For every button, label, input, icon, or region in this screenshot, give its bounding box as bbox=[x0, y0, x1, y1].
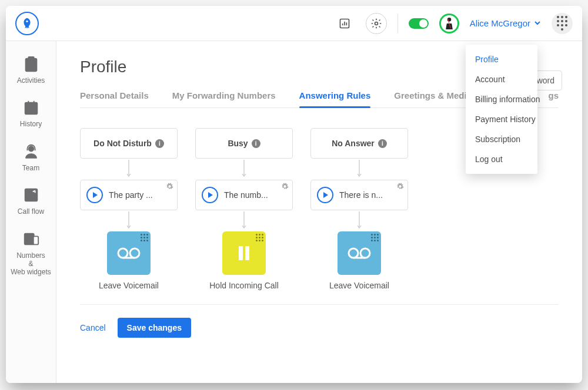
gear-icon[interactable] bbox=[281, 183, 289, 192]
user-avatar[interactable] bbox=[439, 14, 459, 33]
rule-head-label: Do Not Disturb bbox=[93, 139, 152, 148]
gear-icon[interactable] bbox=[396, 183, 404, 192]
svg-rect-4 bbox=[28, 57, 34, 60]
menu-item-subscription[interactable]: Subscription bbox=[466, 129, 537, 149]
sidebar-item-activities[interactable]: Activities bbox=[6, 55, 56, 85]
tab-forwarding-numbers[interactable]: My Forwarding Numbers bbox=[172, 90, 276, 107]
play-button[interactable] bbox=[86, 187, 103, 203]
rule-head-noanswer[interactable]: No Answer i bbox=[310, 128, 408, 159]
play-icon bbox=[208, 192, 213, 198]
tab-personal-details[interactable]: Personal Details bbox=[80, 90, 149, 107]
flow-arrow bbox=[356, 210, 362, 231]
greeting-card-busy[interactable]: The numb... bbox=[195, 180, 293, 210]
cancel-button[interactable]: Cancel bbox=[80, 323, 106, 332]
form-actions: Cancel Save changes bbox=[80, 304, 559, 338]
sidebar: Activities History Team Call flow # Numb… bbox=[6, 41, 56, 383]
menu-item-profile[interactable]: Profile bbox=[466, 49, 537, 69]
headset-person-icon bbox=[22, 143, 40, 160]
action-label: Hold Incoming Call bbox=[209, 281, 279, 290]
hash-device-icon: # bbox=[22, 230, 40, 248]
bar-chart-icon bbox=[339, 18, 350, 29]
play-button[interactable] bbox=[317, 187, 333, 203]
sidebar-item-team[interactable]: Team bbox=[6, 143, 56, 172]
voicemail-icon bbox=[117, 241, 141, 265]
drag-dots-icon bbox=[371, 234, 379, 241]
menu-item-payment-history[interactable]: Payment History bbox=[466, 109, 537, 129]
pause-icon bbox=[232, 241, 256, 265]
rule-head-label: Busy bbox=[228, 139, 248, 148]
svg-point-15 bbox=[349, 248, 358, 258]
save-button[interactable]: Save changes bbox=[118, 318, 191, 338]
topbar: Alice McGregor bbox=[6, 6, 582, 41]
menu-item-account[interactable]: Account bbox=[466, 69, 537, 89]
info-icon[interactable]: i bbox=[155, 139, 164, 148]
sidebar-item-history[interactable]: History bbox=[6, 99, 56, 128]
svg-point-2 bbox=[375, 22, 377, 25]
action-voicemail[interactable] bbox=[107, 231, 151, 275]
svg-point-6 bbox=[28, 146, 34, 151]
greeting-card-noanswer[interactable]: There is n... bbox=[310, 180, 408, 210]
play-icon bbox=[323, 192, 329, 198]
svg-point-11 bbox=[118, 248, 128, 258]
sidebar-label: Activities bbox=[17, 76, 45, 85]
user-menu-trigger[interactable]: Alice McGregor bbox=[470, 18, 541, 28]
flow-arrow bbox=[356, 159, 362, 180]
flow-arrow bbox=[241, 159, 247, 180]
chevron-down-icon bbox=[534, 18, 541, 28]
calendar-phone-icon bbox=[22, 99, 40, 116]
drag-dots-icon bbox=[141, 234, 148, 241]
rule-head-busy[interactable]: Busy i bbox=[195, 128, 293, 159]
rule-head-dnd[interactable]: Do Not Disturb i bbox=[80, 128, 178, 159]
divider bbox=[397, 14, 398, 33]
rule-column-busy: Busy i The numb... Hold Incoming Call bbox=[195, 128, 293, 290]
person-icon bbox=[443, 16, 455, 31]
sidebar-item-callflow[interactable]: Call flow bbox=[6, 186, 56, 216]
svg-point-16 bbox=[360, 248, 370, 258]
sidebar-label: Call flow bbox=[18, 207, 44, 216]
callflow-icon bbox=[22, 186, 40, 204]
greeting-card-dnd[interactable]: The party ... bbox=[80, 180, 178, 210]
action-hold[interactable] bbox=[222, 231, 266, 275]
clipboard-star-icon bbox=[22, 55, 40, 73]
user-name-label: Alice McGregor bbox=[470, 18, 530, 28]
info-icon[interactable]: i bbox=[378, 139, 387, 148]
svg-point-12 bbox=[130, 248, 139, 258]
svg-text:#: # bbox=[26, 234, 31, 243]
svg-rect-10 bbox=[33, 236, 38, 244]
action-label: Leave Voicemail bbox=[329, 281, 389, 290]
app-logo[interactable] bbox=[15, 12, 39, 35]
settings-button[interactable] bbox=[366, 13, 387, 34]
tab-truncated[interactable]: gs bbox=[548, 90, 559, 107]
tab-answering-rules[interactable]: Answering Rules bbox=[299, 90, 371, 107]
menu-item-logout[interactable]: Log out bbox=[466, 149, 537, 169]
play-icon bbox=[92, 192, 98, 198]
rule-head-label: No Answer bbox=[332, 139, 375, 148]
sidebar-label: History bbox=[20, 120, 42, 128]
sidebar-label: Numbers & Web widgets bbox=[11, 251, 51, 277]
svg-point-0 bbox=[26, 20, 28, 22]
availability-toggle[interactable] bbox=[409, 18, 429, 29]
flow-arrow bbox=[126, 159, 132, 180]
sidebar-item-numbers[interactable]: # Numbers & Web widgets bbox=[6, 230, 56, 277]
play-button[interactable] bbox=[202, 187, 218, 203]
greeting-text: The party ... bbox=[109, 190, 153, 200]
tab-greetings-media[interactable]: Greetings & Media bbox=[394, 90, 472, 107]
greeting-text: There is n... bbox=[339, 190, 383, 200]
flow-arrow bbox=[126, 210, 132, 231]
action-voicemail[interactable] bbox=[338, 231, 381, 275]
voicemail-icon bbox=[348, 241, 371, 265]
analytics-button[interactable] bbox=[334, 13, 355, 34]
flow-arrow bbox=[241, 210, 247, 231]
dialpad-button[interactable] bbox=[552, 13, 573, 34]
gear-icon bbox=[370, 18, 382, 29]
svg-rect-14 bbox=[245, 246, 249, 260]
svg-rect-5 bbox=[25, 103, 37, 115]
action-label: Leave Voicemail bbox=[99, 281, 159, 290]
info-icon[interactable]: i bbox=[252, 139, 260, 148]
sidebar-label: Team bbox=[22, 164, 39, 172]
menu-item-billing[interactable]: Billing information bbox=[466, 89, 537, 109]
rule-column-dnd: Do Not Disturb i The party ... Leave Voi… bbox=[80, 128, 178, 290]
rule-column-noanswer: No Answer i There is n... Leave Voicemai… bbox=[310, 128, 408, 290]
gear-icon[interactable] bbox=[166, 183, 173, 192]
user-menu-dropdown: Profile Account Billing information Paym… bbox=[466, 45, 537, 174]
